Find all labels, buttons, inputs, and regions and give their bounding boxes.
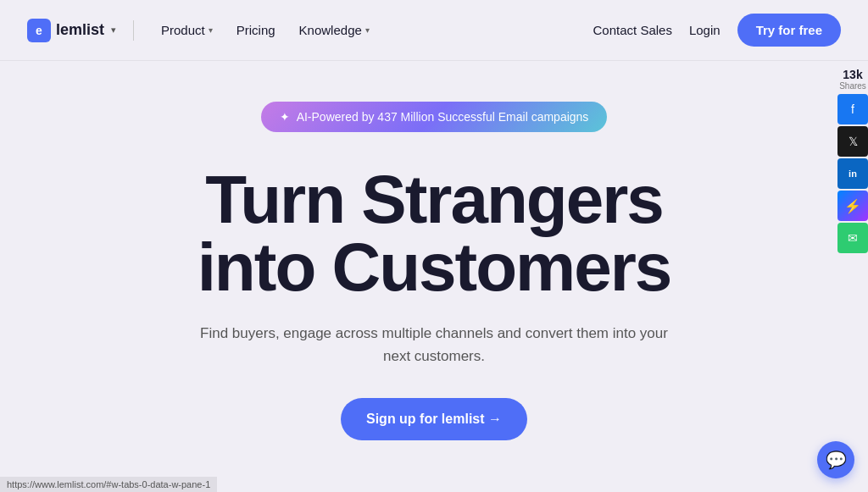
linkedin-share-button[interactable]: in [837, 158, 868, 189]
share-count-number: 13k [843, 68, 862, 81]
badge-star-icon: ✦ [280, 110, 290, 124]
nav-links: Product ▾ Pricing Knowledge ▾ [151, 16, 380, 44]
login-link[interactable]: Login [689, 23, 721, 37]
ai-badge: ✦ AI-Powered by 437 Million Successful E… [261, 102, 608, 132]
hero-title-line1: Turn Strangers [205, 162, 663, 237]
status-bar: https://www.lemlist.com/#w-tabs-0-data-w… [0, 477, 217, 492]
share-count-label: Shares [839, 81, 866, 91]
messenger-share-button[interactable]: ⚡ [837, 191, 868, 221]
chat-button[interactable]: 💬 [817, 441, 854, 478]
contact-sales-link[interactable]: Contact Sales [593, 23, 672, 37]
brand-logo-area[interactable]: e lemlist ▾ [27, 19, 116, 42]
nav-link-knowledge[interactable]: Knowledge ▾ [289, 16, 380, 44]
nav-right: Contact Sales Login Try for free [593, 14, 841, 47]
status-url: https://www.lemlist.com/#w-tabs-0-data-w… [7, 479, 210, 489]
hero-title-line2: into Customers [198, 229, 671, 305]
try-for-free-button[interactable]: Try for free [737, 14, 841, 47]
nav-link-pricing[interactable]: Pricing [226, 16, 286, 44]
message-share-button[interactable]: ✉ [837, 223, 868, 253]
brand-name: lemlist [56, 21, 104, 39]
brand-chevron-icon: ▾ [111, 25, 116, 36]
product-chevron-icon: ▾ [209, 25, 213, 35]
badge-text: AI-Powered by 437 Million Successful Ema… [297, 110, 589, 124]
twitter-share-button[interactable]: 𝕏 [837, 126, 868, 157]
share-count: 13k Shares [839, 68, 866, 91]
brand-logo-icon: e [27, 19, 51, 42]
navbar: e lemlist ▾ Product ▾ Pricing Knowledge … [0, 0, 868, 61]
hero-subtitle: Find buyers, engage across multiple chan… [197, 322, 671, 368]
chat-icon: 💬 [826, 450, 847, 470]
nav-link-product[interactable]: Product ▾ [151, 16, 223, 44]
knowledge-chevron-icon: ▾ [365, 25, 370, 35]
hero-section: ✦ AI-Powered by 437 Million Successful E… [0, 61, 868, 440]
nav-divider [133, 20, 134, 41]
facebook-share-button[interactable]: f [837, 94, 868, 124]
signup-button[interactable]: Sign up for lemlist → [341, 398, 527, 440]
social-share-sidebar: 13k Shares f 𝕏 in ⚡ ✉ [837, 68, 868, 255]
hero-title: Turn Strangers into Customers [198, 166, 671, 301]
nav-left: e lemlist ▾ Product ▾ Pricing Knowledge … [27, 16, 380, 44]
